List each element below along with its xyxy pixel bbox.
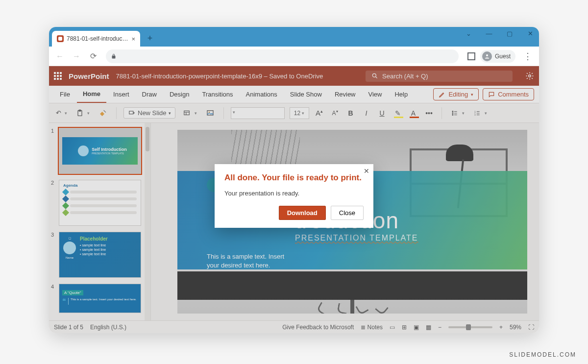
dialog-body: Your presentation is ready. bbox=[224, 190, 364, 197]
app-brand: PowerPoint bbox=[69, 72, 109, 80]
font-size-select[interactable]: 12 bbox=[290, 107, 309, 119]
comment-icon bbox=[488, 91, 495, 98]
close-button[interactable]: Close bbox=[331, 206, 364, 220]
browser-titlebar: 7881-01-self-introduction-powe × + ⌄ ― ▢… bbox=[49, 27, 539, 47]
print-ready-dialog: ✕ All done. Your file is ready to print.… bbox=[215, 164, 373, 228]
tab-view[interactable]: View bbox=[363, 86, 388, 103]
svg-rect-6 bbox=[129, 111, 133, 114]
zoom-in-button[interactable]: + bbox=[499, 324, 503, 331]
dialog-close-icon[interactable]: ✕ bbox=[364, 167, 369, 175]
maximize-button[interactable]: ▢ bbox=[504, 30, 515, 37]
sorter-view-icon[interactable]: ⊞ bbox=[402, 324, 407, 331]
tab-review[interactable]: Review bbox=[329, 86, 362, 103]
decor-desk bbox=[177, 271, 527, 300]
highlight-button[interactable]: ✎ bbox=[392, 109, 403, 117]
comments-button[interactable]: Comments bbox=[483, 88, 534, 100]
editing-mode-button[interactable]: Editing ▾ bbox=[433, 88, 479, 100]
chevron-down-icon[interactable]: ⌄ bbox=[463, 30, 474, 37]
zoom-slider[interactable] bbox=[448, 326, 492, 328]
slide-body-text[interactable]: This is a sample text. Insert your desir… bbox=[207, 252, 310, 270]
tab-title: 7881-01-self-introduction-powe bbox=[67, 35, 128, 42]
slide-thumbnail-2[interactable]: Agenda bbox=[59, 180, 141, 226]
svg-line-2 bbox=[376, 77, 377, 78]
dialog-title: All done. Your file is ready to print. bbox=[224, 173, 364, 183]
picture-icon bbox=[206, 109, 215, 117]
more-formatting-button[interactable]: ••• bbox=[424, 109, 435, 117]
address-bar[interactable] bbox=[106, 49, 459, 63]
svg-text:3: 3 bbox=[474, 113, 476, 116]
back-button[interactable]: ← bbox=[53, 49, 67, 63]
format-painter-button[interactable] bbox=[97, 108, 109, 119]
lock-icon bbox=[111, 53, 117, 59]
reload-button[interactable]: ⟳ bbox=[86, 49, 100, 63]
numbering-icon: 123 bbox=[473, 110, 481, 117]
new-tab-button[interactable]: + bbox=[144, 33, 156, 45]
italic-button[interactable]: I bbox=[361, 109, 372, 117]
kebab-menu-icon[interactable]: ⋮ bbox=[520, 51, 535, 62]
tab-insert[interactable]: Insert bbox=[107, 86, 135, 103]
slide-counter[interactable]: Slide 1 of 5 bbox=[54, 324, 83, 331]
fit-to-window-button[interactable]: ⛶ bbox=[528, 324, 534, 331]
notes-toggle[interactable]: ≣ Notes bbox=[361, 324, 383, 331]
svg-point-14 bbox=[452, 111, 453, 112]
language-indicator[interactable]: English (U.S.) bbox=[90, 324, 126, 331]
bold-button[interactable]: B bbox=[345, 109, 356, 117]
tab-transitions[interactable]: Transitions bbox=[196, 86, 239, 103]
font-family-select[interactable] bbox=[231, 107, 285, 119]
tab-slideshow[interactable]: Slide Show bbox=[284, 86, 328, 103]
new-slide-button[interactable]: New Slide ▾ bbox=[123, 107, 175, 119]
numbering-button[interactable]: 123 bbox=[471, 109, 489, 118]
slide-subtitle[interactable]: PRESENTATION TEMPLATE bbox=[295, 234, 513, 243]
svg-point-3 bbox=[529, 75, 531, 77]
search-placeholder: Search (Alt + Q) bbox=[382, 73, 428, 80]
window-controls: ⌄ ― ▢ ✕ bbox=[463, 30, 536, 37]
slideshow-view-icon[interactable]: ▦ bbox=[426, 324, 431, 331]
minimize-button[interactable]: ― bbox=[483, 30, 495, 37]
svg-point-18 bbox=[452, 114, 453, 115]
powerpoint-favicon bbox=[57, 35, 64, 42]
settings-icon[interactable] bbox=[525, 72, 534, 80]
paste-button[interactable] bbox=[74, 108, 92, 119]
zoom-out-button[interactable]: − bbox=[438, 324, 441, 331]
increase-font-button[interactable]: A▴ bbox=[314, 109, 325, 117]
paintbrush-icon bbox=[98, 109, 107, 118]
tab-draw[interactable]: Draw bbox=[136, 86, 163, 103]
slide-number: 3 bbox=[51, 232, 56, 278]
underline-button[interactable]: U bbox=[377, 109, 388, 117]
download-button[interactable]: Download bbox=[279, 206, 326, 220]
slide-thumbnail-1[interactable]: Self Introduction PRESENTATION TEMPLATE bbox=[59, 128, 141, 174]
browser-tab[interactable]: 7881-01-self-introduction-powe × bbox=[52, 31, 140, 47]
layout-button[interactable] bbox=[180, 109, 199, 118]
font-color-button[interactable]: A bbox=[408, 109, 419, 117]
panel-icon[interactable] bbox=[467, 52, 475, 60]
close-tab-icon[interactable]: × bbox=[131, 35, 135, 43]
feedback-link[interactable]: Give Feedback to Microsoft bbox=[282, 324, 354, 331]
tab-design[interactable]: Design bbox=[164, 86, 195, 103]
tab-animations[interactable]: Animations bbox=[240, 86, 283, 103]
picture-button[interactable] bbox=[204, 108, 217, 118]
svg-rect-12 bbox=[207, 110, 213, 115]
slide-thumbnail-panel[interactable]: 1 Self Introduction PRESENTATION TEMPLAT… bbox=[49, 123, 151, 320]
slide-thumbnail-3[interactable]: ◻ Name Placeholder ▪ sample text line▪ s… bbox=[59, 232, 141, 278]
forward-button[interactable]: → bbox=[70, 49, 83, 63]
profile-button[interactable]: Guest bbox=[480, 50, 515, 63]
app-launcher-icon[interactable] bbox=[54, 72, 62, 80]
browser-toolbar: ← → ⟳ Guest ⋮ bbox=[49, 47, 539, 66]
document-title[interactable]: 7881-01-self-introduction-powerpoint-tem… bbox=[116, 73, 323, 80]
zoom-level[interactable]: 59% bbox=[510, 324, 521, 331]
search-input[interactable]: Search (Alt + Q) bbox=[366, 71, 513, 82]
slide-thumbnail-4[interactable]: A "Quote" ❝ This is a sample text. Inser… bbox=[59, 284, 141, 313]
reading-view-icon[interactable]: ▣ bbox=[414, 324, 419, 331]
layout-icon bbox=[182, 110, 191, 117]
bullets-button[interactable] bbox=[449, 109, 466, 118]
thumbnail-scrollbar[interactable] bbox=[145, 123, 150, 320]
tab-file[interactable]: File bbox=[54, 86, 76, 103]
close-window-button[interactable]: ✕ bbox=[524, 30, 536, 37]
undo-button[interactable]: ↶ bbox=[54, 108, 69, 118]
decrease-font-button[interactable]: A▾ bbox=[330, 109, 341, 117]
normal-view-icon[interactable]: ▭ bbox=[390, 324, 395, 331]
watermark: SLIDEMODEL.COM bbox=[509, 351, 576, 358]
tab-home[interactable]: Home bbox=[77, 86, 106, 103]
avatar-icon bbox=[482, 51, 492, 61]
tab-help[interactable]: Help bbox=[389, 86, 414, 103]
